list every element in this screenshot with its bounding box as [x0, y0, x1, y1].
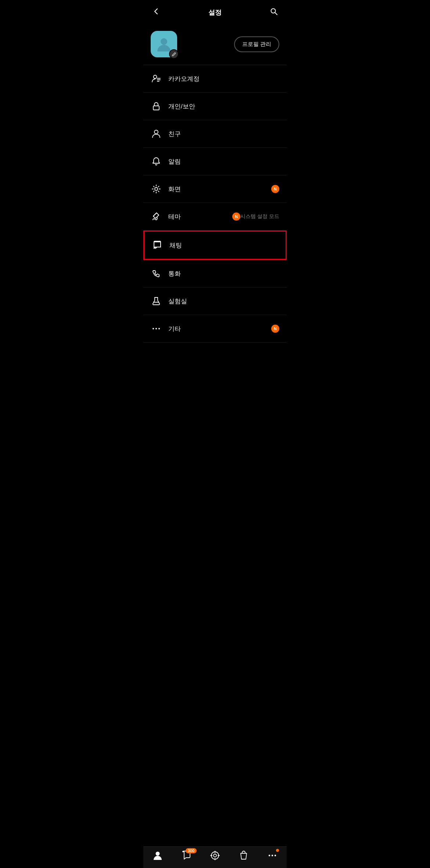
- menu-label-privacy: 개인/보안: [168, 102, 279, 111]
- svg-line-15: [158, 191, 159, 192]
- lock-icon: [151, 101, 162, 112]
- chat-bubble-icon: [152, 240, 163, 251]
- menu-label-chatting: 채팅: [169, 241, 278, 250]
- svg-line-1: [275, 12, 277, 15]
- profile-manage-button[interactable]: 프로필 관리: [234, 36, 279, 52]
- svg-point-21: [155, 328, 157, 329]
- avatar[interactable]: [151, 31, 177, 57]
- menu-item-notifications[interactable]: 알림: [143, 148, 287, 175]
- paint-bucket-icon: [151, 211, 162, 222]
- profile-section: 프로필 관리: [143, 25, 287, 65]
- menu-item-friends[interactable]: 친구: [143, 120, 287, 148]
- svg-line-17: [158, 186, 159, 187]
- svg-line-16: [154, 191, 154, 192]
- menu-label-friends: 친구: [168, 130, 279, 138]
- svg-point-22: [158, 328, 160, 329]
- svg-line-18: [153, 213, 157, 216]
- menu-label-lab: 실험실: [168, 297, 279, 306]
- svg-line-14: [154, 186, 154, 187]
- menu-label-notifications: 알림: [168, 157, 279, 166]
- menu-item-other[interactable]: 기타 N: [143, 315, 287, 343]
- menu-item-chatting[interactable]: 채팅: [143, 231, 287, 260]
- theme-right-text: 시스템 설정 모드: [240, 213, 279, 220]
- svg-point-2: [161, 38, 167, 45]
- screen-new-badge: N: [271, 185, 279, 193]
- bell-icon: [151, 156, 162, 167]
- svg-rect-7: [153, 106, 159, 110]
- svg-point-8: [154, 130, 158, 134]
- svg-point-20: [153, 328, 154, 329]
- brightness-icon: [151, 183, 162, 194]
- page-title: 설정: [208, 8, 222, 17]
- person-lines-icon: [151, 73, 162, 84]
- menu-label-screen: 화면: [168, 185, 268, 193]
- flask-icon: [151, 296, 162, 307]
- svg-point-3: [154, 75, 157, 79]
- dots-icon: [151, 323, 162, 334]
- svg-point-9: [155, 187, 158, 190]
- menu-label-theme: 테마: [168, 212, 229, 221]
- settings-menu: 카카오계정 개인/보안 친구 알림: [143, 65, 287, 343]
- menu-label-other: 기타: [168, 325, 268, 333]
- back-button[interactable]: [151, 6, 162, 19]
- menu-item-privacy[interactable]: 개인/보안: [143, 93, 287, 120]
- phone-icon: [151, 268, 162, 279]
- menu-item-theme[interactable]: 테마 N 시스템 설정 모드: [143, 203, 287, 231]
- menu-item-kakao-account[interactable]: 카카오계정: [143, 65, 287, 93]
- menu-item-lab[interactable]: 실험실: [143, 287, 287, 315]
- person-icon: [151, 128, 162, 139]
- menu-item-calls[interactable]: 통화: [143, 260, 287, 287]
- menu-label-calls: 통화: [168, 269, 279, 278]
- search-button[interactable]: [268, 6, 279, 19]
- edit-badge[interactable]: [169, 49, 179, 59]
- theme-new-badge: N: [232, 212, 240, 221]
- menu-label-kakao-account: 카카오계정: [168, 75, 279, 83]
- menu-item-screen[interactable]: 화면 N: [143, 175, 287, 203]
- header: 설정: [143, 0, 287, 25]
- other-new-badge: N: [271, 325, 279, 333]
